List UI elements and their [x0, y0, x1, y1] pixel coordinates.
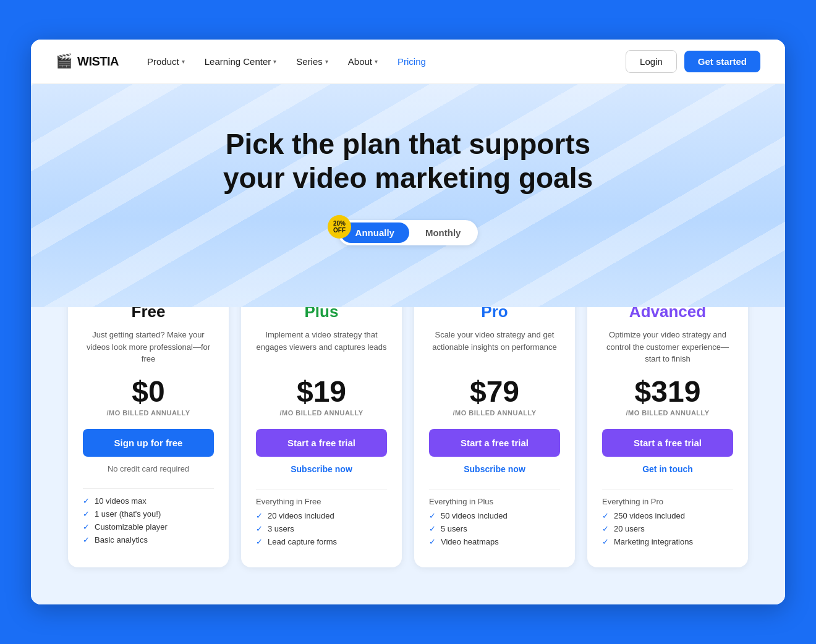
check-icon: ✓	[256, 524, 263, 533]
get-started-button[interactable]: Get started	[684, 51, 760, 72]
billing-toggle-container: 20% OFF Annually Monthly	[56, 220, 760, 245]
card-price-plus: $19	[256, 377, 387, 407]
navbar: 🎬 WISTIA Product ▾ Learning Center ▾ Ser…	[31, 40, 785, 84]
nav-item-about[interactable]: About ▾	[339, 51, 386, 72]
feature-item: ✓ 10 videos max	[83, 496, 214, 506]
logo-text: WISTIA	[77, 54, 119, 69]
pricing-card-free: Free Just getting started? Make your vid…	[68, 282, 229, 567]
card-desc-free: Just getting started? Make your videos l…	[83, 329, 214, 366]
check-icon: ✓	[256, 537, 263, 546]
check-icon: ✓	[429, 537, 436, 546]
hero-section: Pick the plan that supports your video m…	[31, 84, 785, 307]
cta-button-advanced[interactable]: Start a free trial	[602, 429, 733, 457]
feature-item: ✓ 20 users	[602, 524, 733, 533]
card-billing-advanced: /MO BILLED ANNUALLY	[602, 409, 733, 417]
nav-item-product[interactable]: Product ▾	[138, 51, 193, 72]
pricing-card-pro: Pro Scale your video strategy and get ac…	[414, 282, 575, 567]
feature-item: ✓ 20 videos included	[256, 511, 387, 520]
divider	[602, 489, 733, 489]
card-price-free: $0	[83, 377, 214, 407]
card-desc-advanced: Optimize your video strategy and control…	[602, 329, 733, 366]
pricing-section: Free Just getting started? Make your vid…	[31, 282, 785, 604]
pricing-card-advanced: Advanced Optimize your video strategy an…	[587, 282, 748, 567]
card-price-pro: $79	[429, 377, 560, 407]
check-icon: ✓	[429, 524, 436, 533]
divider	[256, 489, 387, 489]
logo-icon: 🎬	[56, 53, 72, 69]
logo[interactable]: 🎬 WISTIA	[56, 53, 119, 69]
pricing-card-plus: Plus Implement a video strategy that eng…	[241, 282, 402, 567]
card-billing-pro: /MO BILLED ANNUALLY	[429, 409, 560, 417]
cta-button-pro[interactable]: Start a free trial	[429, 429, 560, 457]
features-header: Everything in Pro	[602, 497, 733, 506]
card-billing-plus: /MO BILLED ANNUALLY	[256, 409, 387, 417]
feature-item: ✓ Lead capture forms	[256, 537, 387, 546]
hero-title: Pick the plan that supports your video m…	[192, 127, 624, 195]
card-price-advanced: $319	[602, 377, 733, 407]
secondary-link-plus[interactable]: Subscribe now	[256, 464, 387, 474]
divider	[429, 489, 560, 489]
feature-item: ✓ 3 users	[256, 524, 387, 533]
feature-item: ✓ Basic analytics	[83, 535, 214, 544]
browser-frame: 🎬 WISTIA Product ▾ Learning Center ▾ Ser…	[31, 40, 785, 604]
nav-item-series[interactable]: Series ▾	[287, 51, 337, 72]
feature-item: ✓ 50 videos included	[429, 511, 560, 520]
check-icon: ✓	[256, 511, 263, 520]
nav-links: Product ▾ Learning Center ▾ Series ▾ Abo…	[138, 51, 626, 72]
check-icon: ✓	[602, 511, 609, 520]
chevron-down-icon: ▾	[325, 58, 328, 65]
check-icon: ✓	[83, 496, 90, 506]
login-button[interactable]: Login	[626, 50, 677, 73]
cta-button-free[interactable]: Sign up for free	[83, 429, 214, 457]
card-billing-free: /MO BILLED ANNUALLY	[83, 409, 214, 417]
feature-item: ✓ 250 videos included	[602, 511, 733, 520]
chevron-down-icon: ▾	[273, 58, 276, 65]
chevron-down-icon: ▾	[375, 58, 378, 65]
card-desc-pro: Scale your video strategy and get action…	[429, 329, 560, 366]
chevron-down-icon: ▾	[182, 58, 185, 65]
nav-item-learning-center[interactable]: Learning Center ▾	[196, 51, 286, 72]
nav-item-pricing[interactable]: Pricing	[389, 51, 435, 72]
card-desc-plus: Implement a video strategy that engages …	[256, 329, 387, 366]
secondary-link-pro[interactable]: Subscribe now	[429, 464, 560, 474]
discount-badge: 20% OFF	[328, 215, 351, 239]
check-icon: ✓	[83, 522, 90, 532]
features-header: Everything in Free	[256, 497, 387, 506]
secondary-link-free: No credit card required	[83, 464, 214, 473]
check-icon: ✓	[602, 524, 609, 533]
pricing-cards-grid: Free Just getting started? Make your vid…	[68, 282, 748, 567]
cta-button-plus[interactable]: Start a free trial	[256, 429, 387, 457]
secondary-link-advanced[interactable]: Get in touch	[602, 464, 733, 474]
nav-right: Login Get started	[626, 50, 760, 73]
check-icon: ✓	[83, 509, 90, 519]
features-header: Everything in Plus	[429, 497, 560, 506]
divider	[83, 488, 214, 489]
feature-item: ✓ Video heatmaps	[429, 537, 560, 546]
check-icon: ✓	[429, 511, 436, 520]
check-icon: ✓	[602, 537, 609, 546]
feature-item: ✓ 1 user (that's you!)	[83, 509, 214, 519]
check-icon: ✓	[83, 535, 90, 544]
toggle-monthly-button[interactable]: Monthly	[410, 222, 476, 243]
feature-item: ✓ 5 users	[429, 524, 560, 533]
billing-toggle-pill: Annually Monthly	[338, 220, 478, 245]
feature-item: ✓ Customizable player	[83, 522, 214, 532]
feature-item: ✓ Marketing integrations	[602, 537, 733, 546]
